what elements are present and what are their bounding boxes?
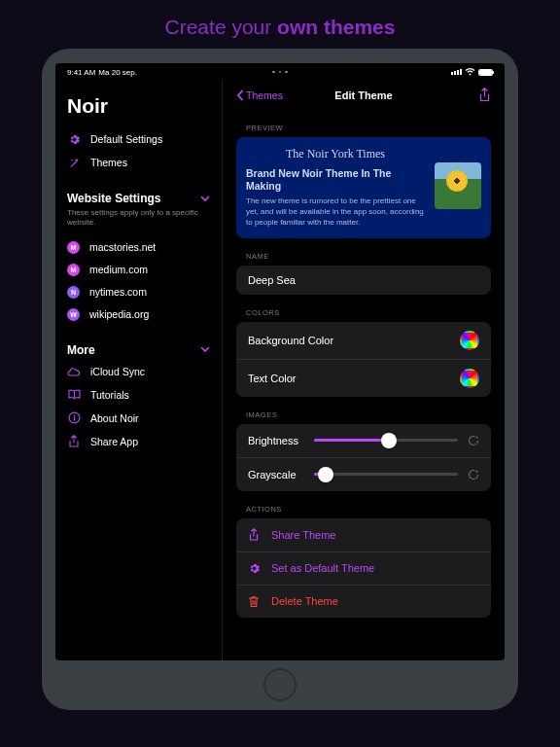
multitasking-dots[interactable] <box>55 71 505 74</box>
section-label-images: IMAGES <box>246 410 491 419</box>
sidebar-item-label: nytimes.com <box>89 286 147 298</box>
sidebar-item-website[interactable]: M macstories.net <box>67 236 210 259</box>
share-theme-button[interactable]: Share Theme <box>236 518 491 552</box>
sidebar-item-label: wikipedia.org <box>89 308 149 320</box>
reset-icon[interactable] <box>468 435 479 446</box>
sidebar-item-label: Tutorials <box>90 389 129 401</box>
gear-icon <box>248 562 262 575</box>
cloud-icon <box>67 365 81 378</box>
background-color-row[interactable]: Background Color <box>236 322 491 360</box>
preview-headline: Brand New Noir Theme In The Making <box>246 167 425 193</box>
share-button[interactable] <box>478 88 491 103</box>
slider-label: Brightness <box>248 435 304 446</box>
preview-image <box>435 162 481 209</box>
sidebar-item-icloud-sync[interactable]: iCloud Sync <box>67 360 210 383</box>
delete-theme-button[interactable]: Delete Theme <box>236 586 491 618</box>
site-badge: N <box>67 286 80 299</box>
detail-pane: Themes Edit Theme PREVIEW The Noir York … <box>223 79 505 660</box>
sidebar-item-website[interactable]: M medium.com <box>67 259 210 281</box>
action-label: Set as Default Theme <box>271 562 374 574</box>
marketing-headline: Create your own themes <box>0 0 560 49</box>
color-swatch <box>460 369 479 388</box>
book-icon <box>67 388 81 402</box>
battery-icon <box>478 69 493 76</box>
status-bar: 9:41 AM Ma 20 sep. <box>55 63 505 79</box>
grayscale-slider[interactable] <box>314 467 458 482</box>
text-color-row[interactable]: Text Color <box>236 360 491 397</box>
sidebar-item-website[interactable]: N nytimes.com <box>67 281 210 303</box>
sidebar-item-website[interactable]: W wikipedia.org <box>67 303 210 326</box>
site-badge: W <box>67 308 80 321</box>
color-label: Background Color <box>248 335 333 346</box>
reset-icon[interactable] <box>468 469 479 480</box>
color-label: Text Color <box>248 373 297 384</box>
preview-body: The new theme is rumored to be the prett… <box>246 196 425 228</box>
info-icon <box>67 411 81 425</box>
page-title: Edit Theme <box>334 89 392 101</box>
wand-icon <box>67 156 81 169</box>
set-default-theme-button[interactable]: Set as Default Theme <box>236 552 491 586</box>
trash-icon <box>248 595 262 608</box>
section-label-colors: COLORS <box>246 308 491 317</box>
theme-preview-card: The Noir York Times Brand New Noir Theme… <box>236 137 491 238</box>
sidebar-section-website[interactable]: Website Settings <box>67 192 210 205</box>
site-badge: M <box>67 241 80 254</box>
chevron-down-icon <box>200 196 210 202</box>
screen: 9:41 AM Ma 20 sep. Noir Default Sett <box>55 63 505 660</box>
section-description: These settings apply only to a specific … <box>67 208 210 229</box>
action-label: Delete Theme <box>271 595 338 607</box>
sidebar-item-label: About Noir <box>90 412 139 424</box>
sidebar-item-label: macstories.net <box>89 241 156 253</box>
sidebar-item-label: Share App <box>90 436 138 447</box>
sidebar-section-more[interactable]: More <box>67 343 210 357</box>
sidebar-item-tutorials[interactable]: Tutorials <box>67 383 210 407</box>
share-icon <box>248 528 262 542</box>
section-label-name: NAME <box>246 252 491 261</box>
sidebar-item-about[interactable]: About Noir <box>67 407 210 430</box>
preview-masthead: The Noir York Times <box>246 147 425 161</box>
section-label-actions: ACTIONS <box>246 505 491 514</box>
section-label-preview: PREVIEW <box>246 124 491 132</box>
sidebar-item-share-app[interactable]: Share App <box>67 430 210 453</box>
home-button[interactable] <box>263 668 297 701</box>
sidebar-item-label: iCloud Sync <box>90 366 145 377</box>
sidebar-item-label: medium.com <box>89 264 148 275</box>
color-swatch <box>460 331 479 350</box>
slider-label: Grayscale <box>248 469 304 480</box>
ipad-frame: 9:41 AM Ma 20 sep. Noir Default Sett <box>42 49 518 710</box>
theme-name-input[interactable]: Deep Sea <box>236 266 491 295</box>
sidebar-item-label: Default Settings <box>90 133 162 145</box>
share-icon <box>67 435 81 448</box>
brightness-slider-row: Brightness <box>236 424 491 458</box>
site-badge: M <box>67 264 80 276</box>
sidebar: Noir Default Settings Themes Website Set… <box>55 79 223 660</box>
brightness-slider[interactable] <box>314 433 458 448</box>
chevron-down-icon <box>200 346 210 353</box>
svg-point-1 <box>73 414 75 416</box>
grayscale-slider-row: Grayscale <box>236 458 491 491</box>
action-label: Share Theme <box>271 529 335 541</box>
sidebar-item-label: Themes <box>90 157 127 168</box>
sidebar-item-default-settings[interactable]: Default Settings <box>67 127 210 151</box>
sidebar-item-themes[interactable]: Themes <box>67 151 210 174</box>
back-button[interactable]: Themes <box>236 89 283 101</box>
app-title: Noir <box>67 94 210 118</box>
gear-icon <box>67 132 81 146</box>
